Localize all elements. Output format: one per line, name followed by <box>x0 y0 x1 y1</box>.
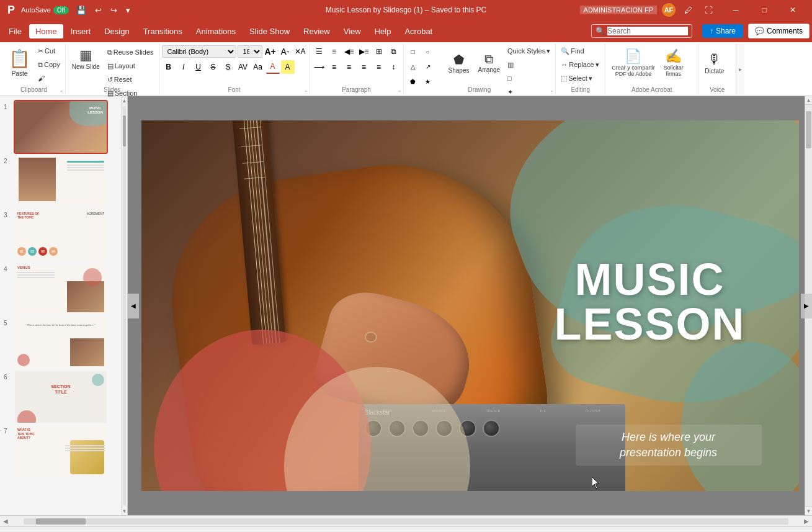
bold-button[interactable]: B <box>162 60 176 74</box>
font-family-select[interactable]: Calibri (Body) <box>162 45 236 58</box>
arrange-button[interactable]: ⧉ Arrange <box>474 45 504 81</box>
font-shrink-button[interactable]: A- <box>279 45 292 58</box>
panel-scroll-thumb[interactable] <box>123 115 126 147</box>
menu-help[interactable]: Help <box>368 24 398 38</box>
justify-button[interactable]: ≡ <box>372 60 386 74</box>
bullets-button[interactable]: ☰ <box>313 45 326 58</box>
align-center-button[interactable]: ≡ <box>342 60 356 74</box>
underline-button[interactable]: U <box>192 60 205 74</box>
copy-button[interactable]: ⧉ Copy <box>35 58 63 71</box>
layout-button[interactable]: ▤ Layout <box>105 60 156 72</box>
line-spacing-button[interactable]: ↕ <box>387 60 401 74</box>
comments-button[interactable]: 💬 Comments <box>748 24 810 38</box>
shape-1[interactable]: □ <box>406 45 420 58</box>
font-collapse[interactable]: ⌄ <box>304 88 308 93</box>
request-signatures-button[interactable]: ✍ Solicitarfirmas <box>660 45 687 81</box>
save-button[interactable]: 💾 <box>73 4 90 16</box>
decrease-indent-button[interactable]: ◀≡ <box>342 45 356 58</box>
search-box[interactable]: 🔍 <box>591 24 692 38</box>
menu-transitions[interactable]: Transitions <box>137 24 189 38</box>
shape-outline-button[interactable]: □ <box>505 72 553 84</box>
slide-thumb-3[interactable]: 3 FEATURES OFTHE TOPIC AGREMENT 01 02 03… <box>2 208 118 262</box>
menu-review[interactable]: Review <box>297 24 336 38</box>
font-color-button[interactable]: A <box>266 60 280 74</box>
align-right-button[interactable]: ≡ <box>357 60 371 74</box>
fullscreen-icon[interactable]: ⛶ <box>701 4 716 16</box>
paragraph-collapse[interactable]: ⌄ <box>398 88 402 93</box>
slide-thumb-5[interactable]: 5 "This is where the best of the best of… <box>2 316 118 370</box>
increase-indent-button[interactable]: ▶≡ <box>357 45 371 58</box>
numbering-button[interactable]: ≡ <box>328 45 341 58</box>
shapes-button[interactable]: ⬟ Shapes <box>445 45 473 81</box>
reset-button[interactable]: ↺ Reset <box>105 73 156 86</box>
menu-slideshow[interactable]: Slide Show <box>243 24 296 38</box>
dictate-button[interactable]: 🎙 Dictate <box>701 45 728 81</box>
autosave-toggle[interactable]: Off <box>53 6 69 14</box>
font-grow-button[interactable]: A+ <box>264 45 277 58</box>
slide-thumb-7[interactable]: 7 WHAT ISTHIS TOPICABOUT? <box>2 424 118 478</box>
close-button[interactable]: ✕ <box>779 0 807 20</box>
vscroll-down-btn[interactable]: ▼ <box>805 507 812 515</box>
panel-scroll-down[interactable]: ▼ <box>122 507 127 515</box>
slide-thumb-2[interactable]: 2 <box>2 154 118 208</box>
menu-view[interactable]: View <box>337 24 367 38</box>
reuse-slides-button[interactable]: ⧉ Reuse Slides <box>105 46 156 58</box>
italic-button[interactable]: I <box>177 60 190 74</box>
hscroll-right-btn[interactable]: ▶ <box>801 516 812 527</box>
search-input[interactable] <box>607 27 688 35</box>
undo-button[interactable]: ↩ <box>91 4 105 16</box>
quick-styles-button[interactable]: Quick Styles ▾ <box>505 45 553 57</box>
drawing-collapse[interactable]: ⌄ <box>550 88 554 93</box>
share-button[interactable]: ↑ Share <box>702 24 743 38</box>
user-avatar[interactable]: AF <box>662 3 676 17</box>
new-slide-button[interactable]: ▦ New Slide <box>68 45 104 73</box>
align-left-button[interactable]: ≡ <box>328 60 341 74</box>
smart-art-button[interactable]: ⊞ <box>372 45 386 58</box>
menu-acrobat[interactable]: Acrobat <box>398 24 439 38</box>
char-spacing-button[interactable]: AV <box>236 60 250 74</box>
menu-file[interactable]: File <box>2 24 28 38</box>
hscroll-left-btn[interactable]: ◀ <box>0 516 11 527</box>
slide-thumb-4[interactable]: 4 VENUS <box>2 262 118 316</box>
text-shadow-button[interactable]: S <box>221 60 235 74</box>
shape-2[interactable]: ○ <box>421 45 435 58</box>
redo-button[interactable]: ↪ <box>107 4 121 16</box>
menu-design[interactable]: Design <box>98 24 135 38</box>
content-scroll-right[interactable]: ▶ <box>801 294 812 318</box>
vscroll-thumb[interactable] <box>806 111 811 148</box>
menu-insert[interactable]: Insert <box>65 24 97 38</box>
find-button[interactable]: 🔍 Find <box>558 45 602 57</box>
text-columns-button[interactable]: ⧉ <box>387 45 401 58</box>
highlight-button[interactable]: A <box>281 60 295 74</box>
font-size-select[interactable]: 18 <box>238 45 262 58</box>
text-dir-button[interactable]: ⟶ <box>313 60 326 74</box>
create-pdf-button[interactable]: 📄 Crear y compartirPDF de Adobe <box>608 45 659 81</box>
format-painter-button[interactable]: 🖌 <box>35 72 63 84</box>
title-bar-left: P AutoSave Off 💾 ↩ ↪ ▾ <box>5 4 134 17</box>
pen-icon[interactable]: 🖊 <box>680 4 696 16</box>
replace-button[interactable]: ↔ Replace ▾ <box>558 58 602 71</box>
shape-fill-button[interactable]: ▥ <box>505 58 553 71</box>
clear-format-button[interactable]: ✕A <box>293 45 307 58</box>
main-slide[interactable]: Blackstar BASS MIDDLE TREBLE D.I. <box>141 120 799 491</box>
strikethrough-button[interactable]: S <box>207 60 220 74</box>
vscroll-up-btn[interactable]: ▲ <box>805 96 812 105</box>
slide-thumb-1[interactable]: 1 MUSICLESSON <box>2 100 118 154</box>
slide-thumb-6[interactable]: 6 SECTIONTITLE <box>2 370 118 424</box>
case-button[interactable]: Aa <box>251 60 265 74</box>
menu-animations[interactable]: Animations <box>190 24 242 38</box>
menu-home[interactable]: Home <box>29 24 63 38</box>
clipboard-collapse[interactable]: ⌄ <box>60 88 64 93</box>
shape-4[interactable]: ↗ <box>421 60 435 73</box>
content-scroll-left[interactable]: ◀ <box>128 294 139 318</box>
hscroll-thumb[interactable] <box>36 518 86 525</box>
cut-button[interactable]: ✂ Cut <box>35 45 63 57</box>
restore-button[interactable]: □ <box>750 0 779 20</box>
customize-button[interactable]: ▾ <box>122 4 134 16</box>
paste-button[interactable]: 📋 Paste <box>5 45 34 81</box>
minimize-button[interactable]: ─ <box>721 0 750 20</box>
fill-icon: ▥ <box>507 61 514 69</box>
select-button[interactable]: ⬚ Select ▾ <box>558 72 602 84</box>
ribbon-scroll-button[interactable]: ▸ <box>736 43 744 94</box>
shape-3[interactable]: △ <box>406 60 420 73</box>
